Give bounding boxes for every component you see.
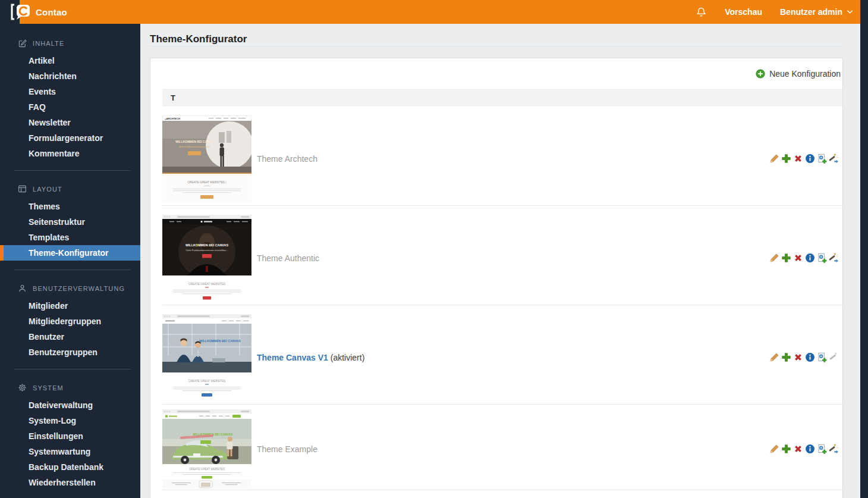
duplicate-icon[interactable] — [781, 352, 791, 362]
apply-theme-icon[interactable] — [829, 154, 839, 164]
sidebar-item-kommentare[interactable]: Kommentare — [0, 146, 140, 161]
chevron-down-icon — [847, 10, 853, 14]
theme-name: Theme Canvas V1 (aktiviert) — [257, 353, 769, 362]
theme-rows: +ARCHTECH WILLKOMMEN BEI CANVA Viele Far… — [162, 107, 842, 490]
theme-name: Theme Example — [257, 444, 769, 454]
section-label: INHALTE — [33, 40, 64, 47]
theme-example-thumbnail[interactable]: WILLKOMMEN BEI CANVAS CREATE GREAT WEBSI… — [162, 409, 251, 488]
sidebar-divider — [14, 270, 131, 270]
plus-circle-icon — [756, 69, 765, 79]
import-theme-icon[interactable] — [817, 352, 827, 362]
page-title: Theme-Konfigurator — [150, 33, 247, 45]
brand-name[interactable]: Contao — [36, 7, 67, 17]
svg-text:+ARCHTECH: +ARCHTECH — [165, 117, 180, 120]
theme-list-panel: Neue Konfiguration T +ARCHTECH WILLKOMME… — [150, 58, 843, 498]
svg-text:Viele Farbkombinationen einste: Viele Farbkombinationen einstellbar... — [185, 249, 228, 252]
delete-icon[interactable] — [793, 154, 803, 164]
sidebar-item-theme-konfigurator[interactable]: Theme-Konfigurator — [0, 245, 140, 261]
sidebar-section-layout[interactable]: LAYOUT — [0, 184, 140, 193]
sidebar-item-faq[interactable]: FAQ — [0, 99, 140, 115]
panel-header: Neue Konfiguration — [150, 58, 842, 89]
delete-icon[interactable] — [793, 253, 803, 263]
user-menu[interactable]: Benutzer admin — [780, 7, 853, 17]
sidebar-item-benutzer[interactable]: Benutzer — [0, 329, 140, 344]
details-icon[interactable] — [805, 444, 815, 454]
sidebar-item-events[interactable]: Events — [0, 84, 140, 99]
row-actions — [769, 444, 839, 454]
svg-text:CREATE GREAT WEBSITES: CREATE GREAT WEBSITES — [188, 380, 226, 383]
title-bar: Theme-Konfigurator — [150, 24, 843, 46]
apply-theme-icon-disabled — [829, 352, 839, 362]
edit-icon[interactable] — [769, 253, 779, 263]
sidebar-item-backup-datenbank[interactable]: Backup Datenbank — [0, 459, 140, 475]
sidebar-item-newsletter[interactable]: Newsletter — [0, 115, 140, 130]
new-configuration-button[interactable]: Neue Konfiguration — [756, 69, 841, 79]
duplicate-icon[interactable] — [781, 444, 791, 454]
sidebar-item-wiederherstellen[interactable]: Wiederherstellen — [0, 475, 140, 490]
details-icon[interactable] — [805, 154, 815, 164]
new-configuration-label: Neue Konfiguration — [769, 69, 841, 79]
edit-icon[interactable] — [769, 154, 779, 164]
sidebar-item-system-log[interactable]: System-Log — [0, 413, 140, 428]
table-row: +ARCHTECH WILLKOMMEN BEI CANVA Viele Far… — [162, 107, 842, 206]
svg-text:Viele Farbkombinationen eins: Viele Farbkombinationen eins — [179, 145, 210, 148]
section-label: LAYOUT — [33, 186, 62, 193]
import-theme-icon[interactable] — [817, 253, 827, 263]
main-content: Theme-Konfigurator Neue Konfiguration T … — [140, 24, 860, 498]
sidebar-divider — [14, 170, 131, 171]
sidebar-section-benutzerverwaltung[interactable]: BENUTZERVERWALTUNG — [0, 284, 140, 293]
sidebar-item-dateiverwaltung[interactable]: Dateiverwaltung — [0, 397, 140, 413]
svg-text:WILLKOMMEN BEI CANVAS: WILLKOMMEN BEI CANVAS — [185, 243, 228, 247]
theme-authentic-thumbnail[interactable]: WILLKOMMEN BEI CANVAS Viele Farbkombinat… — [162, 215, 251, 301]
sidebar: INHALTE Artikel Nachrichten Events FAQ N… — [0, 24, 140, 498]
sidebar-section-system[interactable]: SYSTEM — [0, 383, 140, 392]
sidebar-item-artikel[interactable]: Artikel — [0, 53, 140, 68]
contao-logo-icon[interactable] — [10, 3, 32, 21]
theme-name: Theme Authentic — [257, 253, 769, 263]
svg-text:WILLKOMMEN BEI CANVAS: WILLKOMMEN BEI CANVAS — [199, 339, 241, 343]
theme-canvas-thumbnail[interactable]: WILLKOMMEN BEI CANVAS CREATE GREAT WEBSI… — [162, 314, 251, 400]
window-edge — [860, 0, 868, 498]
import-theme-icon[interactable] — [817, 444, 827, 454]
sidebar-item-mitglieder[interactable]: Mitglieder — [0, 298, 140, 314]
sidebar-item-einstellungen[interactable]: Einstellungen — [0, 428, 140, 444]
duplicate-icon[interactable] — [781, 253, 791, 263]
apply-theme-icon[interactable] — [829, 253, 839, 263]
row-actions — [769, 352, 839, 362]
section-label: BENUTZERVERWALTUNG — [33, 285, 125, 292]
row-actions — [769, 253, 839, 263]
details-icon[interactable] — [805, 253, 815, 263]
sidebar-item-nachrichten[interactable]: Nachrichten — [0, 68, 140, 84]
apply-theme-icon[interactable] — [829, 444, 839, 454]
sidebar-item-seitenstruktur[interactable]: Seitenstruktur — [0, 214, 140, 230]
top-bar: Contao Vorschau Benutzer admin — [0, 0, 868, 24]
table-row: WILLKOMMEN BEI CANVAS CREATE GREAT WEBSI… — [162, 405, 842, 490]
sidebar-item-templates[interactable]: Templates — [0, 230, 140, 245]
bell-icon[interactable] — [696, 7, 707, 18]
sidebar-item-benutzergruppen[interactable]: Benutzergruppen — [0, 344, 140, 360]
theme-link[interactable]: Theme Canvas V1 — [257, 353, 328, 362]
sidebar-item-formulargenerator[interactable]: Formulargenerator — [0, 130, 140, 146]
theme-archtech-thumbnail[interactable]: +ARCHTECH WILLKOMMEN BEI CANVA Viele Far… — [162, 115, 251, 202]
top-bar-orange: Contao Vorschau Benutzer admin — [20, 0, 860, 24]
import-theme-icon[interactable] — [817, 154, 827, 164]
svg-text:WILLKOMMEN BEI CANVA: WILLKOMMEN BEI CANVA — [175, 140, 213, 143]
group-header: T — [162, 89, 842, 107]
delete-icon[interactable] — [793, 444, 803, 454]
group-letter: T — [171, 93, 175, 102]
delete-icon[interactable] — [793, 352, 803, 362]
gear-icon — [18, 383, 27, 392]
table-row: WILLKOMMEN BEI CANVAS Viele Farbkombinat… — [162, 206, 842, 305]
sidebar-item-mitgliedergruppen[interactable]: Mitgliedergruppen — [0, 314, 140, 329]
row-actions — [769, 154, 839, 164]
edit-icon[interactable] — [769, 352, 779, 362]
edit-icon[interactable] — [769, 444, 779, 454]
duplicate-icon[interactable] — [781, 154, 791, 164]
sidebar-section-inhalte[interactable]: INHALTE — [0, 39, 140, 48]
sidebar-item-themes[interactable]: Themes — [0, 199, 140, 214]
preview-link[interactable]: Vorschau — [725, 7, 762, 17]
section-label: SYSTEM — [33, 384, 64, 391]
sidebar-item-systemwartung[interactable]: Systemwartung — [0, 444, 140, 459]
details-icon[interactable] — [805, 352, 815, 362]
layout-icon — [18, 184, 27, 193]
